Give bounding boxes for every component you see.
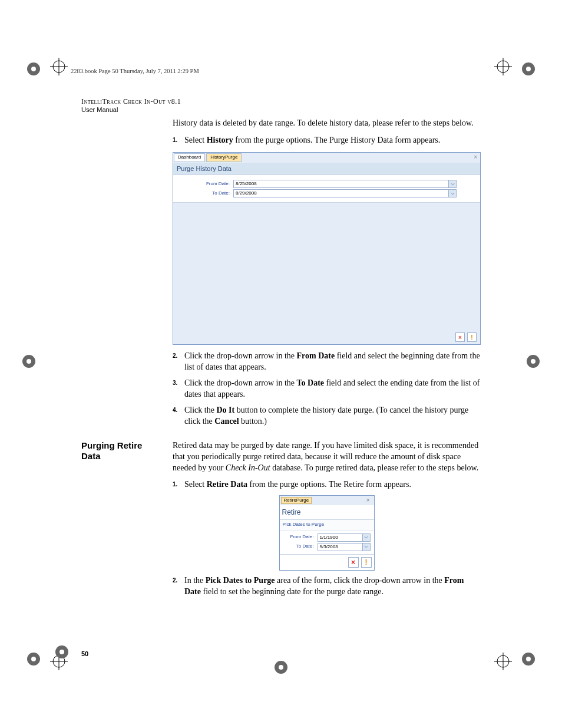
tab-retirepurge[interactable]: RetirePurge xyxy=(281,497,312,505)
figure-body: From Date: 1/1/1900 To Date: 9/3/2008 xyxy=(280,531,374,554)
step-number: 2. xyxy=(173,352,177,360)
to-date-row: To Date: 9/3/2008 xyxy=(283,543,371,551)
step-text: Click the xyxy=(184,406,216,414)
to-date-label: To Date: xyxy=(197,190,233,197)
step-text: from the purge options. The Retire form … xyxy=(247,480,411,489)
section-body: Retired data may be purged by date range… xyxy=(173,440,481,598)
step-text: button.) xyxy=(239,417,267,426)
from-date-row: From Date: 8/25/2008 xyxy=(197,180,457,188)
dropdown-icon[interactable] xyxy=(363,543,371,551)
section-purging-retire: Purging Retire Data Retired data may be … xyxy=(81,440,481,598)
dropdown-icon[interactable] xyxy=(363,533,371,542)
doc-subtitle: User Manual xyxy=(81,106,481,113)
step-text: Click the drop-down arrow in the xyxy=(184,351,297,360)
steps-list-b: 1. Select Retire Data from the purge opt… xyxy=(173,479,481,490)
intro-paragraph: History data is deleted by date range. T… xyxy=(173,118,481,129)
step-text: field to set the beginning date for the … xyxy=(201,587,384,596)
step-text-bold: To Date xyxy=(297,378,325,387)
from-date-input[interactable]: 8/25/2008 xyxy=(233,180,449,188)
step-item: 2. In the Pick Dates to Purge area of th… xyxy=(173,575,481,598)
doc-header: IntelliTrack Check In-Out v8.1 User Manu… xyxy=(81,97,481,113)
step-item: 4. Click the Do It button to complete th… xyxy=(173,405,481,427)
svg-point-15 xyxy=(526,67,531,71)
step-number: 1. xyxy=(173,136,177,144)
from-date-input[interactable]: 1/1/1900 xyxy=(318,533,363,542)
figure-body: From Date: 8/25/2008 To Date: 8/29/2008 xyxy=(173,174,480,202)
section-heading: Purging Retire Data xyxy=(81,440,164,462)
step-item: 1. Select Retire Data from the purge opt… xyxy=(173,479,481,490)
print-header: 2283.book Page 50 Thursday, July 7, 2011… xyxy=(71,68,199,74)
svg-point-23 xyxy=(531,359,535,364)
step-item: 3. Click the drop-down arrow in the To D… xyxy=(173,378,481,400)
gear-icon xyxy=(521,61,536,77)
gear-icon xyxy=(54,644,70,660)
figure-footer: × ! xyxy=(280,554,374,570)
section-paragraph: Retired data may be purged by date range… xyxy=(173,440,481,474)
gear-icon xyxy=(525,354,541,369)
step-text-bold: History xyxy=(207,136,233,144)
step-number: 1. xyxy=(173,480,177,489)
gear-icon xyxy=(21,354,37,369)
from-date-label: From Date: xyxy=(283,534,318,541)
gear-icon xyxy=(26,651,41,667)
step-number: 4. xyxy=(173,406,177,414)
crop-mark-icon xyxy=(494,653,512,670)
step-text: area of the form, click the drop-down ar… xyxy=(275,576,445,585)
dropdown-icon[interactable] xyxy=(449,180,457,188)
figure-tab-bar: Dashboard HistoryPurge × xyxy=(173,153,480,163)
purge-history-figure: Dashboard HistoryPurge × Purge History D… xyxy=(173,152,481,345)
figure-section-label: Pick Dates to Purge xyxy=(280,520,374,531)
step-text-bold: Cancel xyxy=(214,417,239,426)
svg-point-21 xyxy=(27,359,31,364)
step-text: Select xyxy=(184,136,207,144)
step-text-bold: Pick Dates to Purge xyxy=(206,576,275,585)
to-date-input[interactable]: 8/29/2008 xyxy=(233,189,449,197)
crop-mark-icon xyxy=(494,58,512,75)
close-icon[interactable]: × xyxy=(471,153,480,162)
dropdown-icon[interactable] xyxy=(449,189,457,197)
cancel-button[interactable]: × xyxy=(455,332,465,342)
svg-point-25 xyxy=(59,650,64,654)
crop-mark-icon xyxy=(50,58,68,75)
step-item: 2. Click the drop-down arrow in the From… xyxy=(173,351,481,373)
step-number: 2. xyxy=(173,577,177,585)
svg-point-27 xyxy=(279,665,283,670)
para-text-italic: Check In-Out xyxy=(226,463,270,472)
para-text: database. To purge retired data, please … xyxy=(270,463,479,472)
step-text: from the purge options. The Purge Histor… xyxy=(233,136,440,144)
do-it-button[interactable]: ! xyxy=(361,557,372,568)
to-date-label: To Date: xyxy=(283,543,318,550)
from-date-label: From Date: xyxy=(197,181,233,187)
steps-list-a-cont: 2. Click the drop-down arrow in the From… xyxy=(173,351,481,427)
tab-historypurge[interactable]: HistoryPurge xyxy=(206,153,242,162)
steps-list-b-cont: 2. In the Pick Dates to Purge area of th… xyxy=(173,575,481,598)
step-text-bold: From Date xyxy=(297,351,335,360)
retire-figure: RetirePurge × Retire Pick Dates to Purge… xyxy=(279,495,375,570)
do-it-button[interactable]: ! xyxy=(467,332,477,342)
gear-icon xyxy=(26,61,41,77)
close-icon[interactable]: × xyxy=(363,496,373,505)
steps-list-a: 1. Select History from the purge options… xyxy=(173,135,481,146)
svg-point-13 xyxy=(31,67,36,71)
figure-title: Retire xyxy=(280,505,374,520)
to-date-input[interactable]: 9/3/2008 xyxy=(318,543,363,551)
svg-point-19 xyxy=(526,657,531,661)
step-text-bold: Retire Data xyxy=(207,480,247,489)
gear-icon xyxy=(521,651,536,667)
from-date-row: From Date: 1/1/1900 xyxy=(283,533,371,542)
cancel-button[interactable]: × xyxy=(348,557,359,568)
figure-tab-bar: RetirePurge × xyxy=(280,496,374,505)
body: History data is deleted by date range. T… xyxy=(173,118,481,427)
step-number: 3. xyxy=(173,379,177,387)
tab-dashboard[interactable]: Dashboard xyxy=(174,153,205,162)
svg-point-17 xyxy=(31,657,36,661)
gear-icon xyxy=(273,660,289,675)
doc-title: IntelliTrack Check In-Out v8.1 xyxy=(81,97,481,106)
footer-buttons: × ! xyxy=(455,332,477,342)
step-text: In the xyxy=(184,576,206,585)
page-number: 50 xyxy=(81,650,88,657)
figure-footer: × ! xyxy=(173,202,480,344)
figure-title: Purge History Data xyxy=(173,163,480,175)
page: 2283.book Page 50 Thursday, July 7, 2011… xyxy=(0,0,562,728)
step-text-bold: Do It xyxy=(216,406,234,414)
